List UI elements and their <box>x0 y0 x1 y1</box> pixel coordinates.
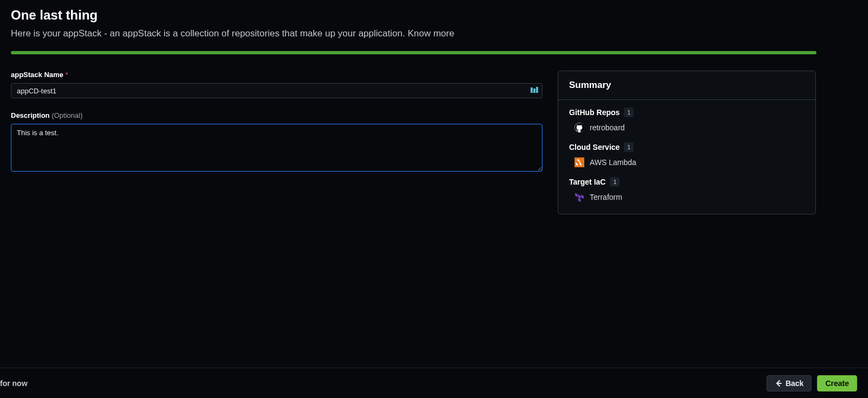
arrow-left-icon <box>775 380 782 387</box>
summary-item-aws-lambda: AWS Lambda <box>569 157 805 167</box>
optional-indicator: (Optional) <box>52 111 82 119</box>
summary-item-retroboard: retroboard <box>569 123 805 132</box>
subtitle-text: Here is your appStack - an appStack is a… <box>11 28 407 39</box>
terraform-icon <box>575 192 584 202</box>
summary-item-name: AWS Lambda <box>590 158 636 167</box>
footer-bar: for now Back Create <box>0 368 868 398</box>
summary-section-label: Cloud Service <box>569 143 620 151</box>
summary-section-target-iac: Target IaC 1 Terraform <box>569 177 805 202</box>
page-title: One last thing <box>11 8 857 23</box>
count-badge: 1 <box>624 142 634 152</box>
required-indicator: * <box>65 71 68 79</box>
summary-section-label: GitHub Repos <box>569 108 620 117</box>
summary-section-github-repos: GitHub Repos 1 retroboard <box>569 108 805 132</box>
svg-rect-1 <box>533 89 535 93</box>
password-manager-icon[interactable] <box>531 86 538 94</box>
know-more-link[interactable]: Know more <box>407 28 454 39</box>
create-button[interactable]: Create <box>817 375 857 391</box>
summary-item-name: Terraform <box>590 193 622 201</box>
summary-card: Summary GitHub Repos 1 retroboard <box>558 71 816 214</box>
github-icon <box>575 123 584 132</box>
appstack-name-input[interactable] <box>11 83 542 98</box>
description-textarea[interactable] <box>11 124 542 172</box>
summary-section-cloud-service: Cloud Service 1 AWS Lambda <box>569 142 805 167</box>
summary-title: Summary <box>558 71 815 100</box>
count-badge: 1 <box>624 108 634 117</box>
svg-rect-0 <box>531 87 533 93</box>
count-badge: 1 <box>610 177 620 187</box>
progress-bar <box>11 51 816 54</box>
page-subtitle: Here is your appStack - an appStack is a… <box>11 28 857 39</box>
appstack-name-label: appStack Name * <box>11 71 542 79</box>
svg-rect-2 <box>536 87 538 93</box>
back-button[interactable]: Back <box>767 375 812 391</box>
summary-section-label: Target IaC <box>569 178 605 186</box>
skip-link[interactable]: for now <box>0 379 28 388</box>
aws-lambda-icon <box>575 157 584 167</box>
summary-item-terraform: Terraform <box>569 192 805 202</box>
summary-item-name: retroboard <box>590 123 625 132</box>
description-label: Description (Optional) <box>11 111 542 119</box>
